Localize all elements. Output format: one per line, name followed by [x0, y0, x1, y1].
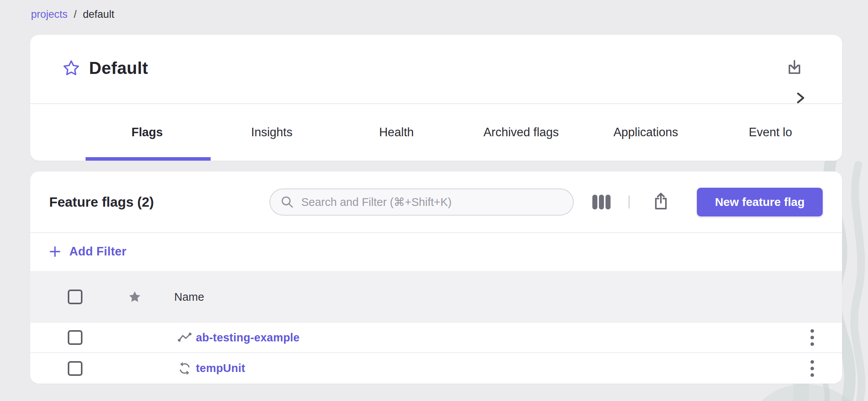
- row-menu-button[interactable]: [803, 358, 822, 379]
- columns-view-button[interactable]: [588, 189, 614, 215]
- name-column-header: Name: [174, 291, 204, 303]
- tab-event-log[interactable]: Event lo: [708, 104, 833, 161]
- page-title: Default: [89, 57, 148, 79]
- search-box: [269, 189, 574, 216]
- star-outline-icon: [63, 60, 80, 77]
- trend-line-icon: [177, 332, 192, 343]
- favorite-project-button[interactable]: [60, 57, 82, 79]
- star-filled-icon: [128, 290, 141, 303]
- toolbar-divider: [628, 195, 630, 209]
- active-tab-underline: [86, 157, 211, 161]
- select-all-checkbox[interactable]: [68, 290, 82, 304]
- search-icon: [280, 195, 294, 209]
- download-icon: [786, 58, 803, 76]
- tabs-overflow-button[interactable]: [791, 88, 810, 108]
- share-icon: [652, 192, 669, 211]
- search-input[interactable]: [294, 189, 573, 215]
- kebab-menu-icon: [810, 328, 815, 347]
- breadcrumb-projects-link[interactable]: projects: [31, 9, 68, 21]
- tab-health[interactable]: Health: [334, 104, 459, 161]
- project-header-card: Default Flags Insights Health Archived f…: [30, 35, 842, 161]
- project-header: Default: [30, 35, 842, 103]
- new-feature-flag-button[interactable]: New feature flag: [697, 188, 823, 216]
- flag-link[interactable]: tempUnit: [196, 362, 245, 375]
- tab-bar: Flags Insights Health Archived flags App…: [30, 104, 842, 161]
- breadcrumb: projects / default: [31, 9, 114, 21]
- tab-applications[interactable]: Applications: [583, 104, 708, 161]
- tab-insights[interactable]: Insights: [209, 104, 334, 161]
- breadcrumb-separator: /: [74, 9, 77, 21]
- tab-flags[interactable]: Flags: [85, 104, 209, 161]
- panel-divider: [30, 232, 842, 233]
- panel-title: Feature flags (2): [49, 171, 154, 232]
- cycle-icon: [178, 361, 191, 376]
- row-checkbox[interactable]: [68, 361, 82, 376]
- row-menu-button[interactable]: [803, 327, 822, 348]
- row-checkbox[interactable]: [68, 330, 82, 345]
- flag-link[interactable]: ab-testing-example: [196, 331, 300, 344]
- table-header-row: Name: [30, 271, 842, 323]
- add-filter-label: Add Filter: [69, 245, 127, 259]
- plus-icon: [49, 246, 61, 257]
- add-filter-button[interactable]: Add Filter: [49, 232, 127, 271]
- table-row: ab-testing-example: [30, 323, 842, 353]
- tab-archived-flags[interactable]: Archived flags: [459, 104, 583, 161]
- kebab-menu-icon: [810, 359, 815, 378]
- chevron-right-icon: [796, 92, 806, 104]
- share-button[interactable]: [648, 189, 674, 214]
- breadcrumb-current: default: [83, 9, 114, 21]
- columns-icon: [592, 194, 611, 210]
- feature-flags-panel: Feature flags (2) New feature flag Add F…: [30, 171, 842, 384]
- table-row: tempUnit: [30, 353, 842, 384]
- export-project-button[interactable]: [782, 55, 807, 80]
